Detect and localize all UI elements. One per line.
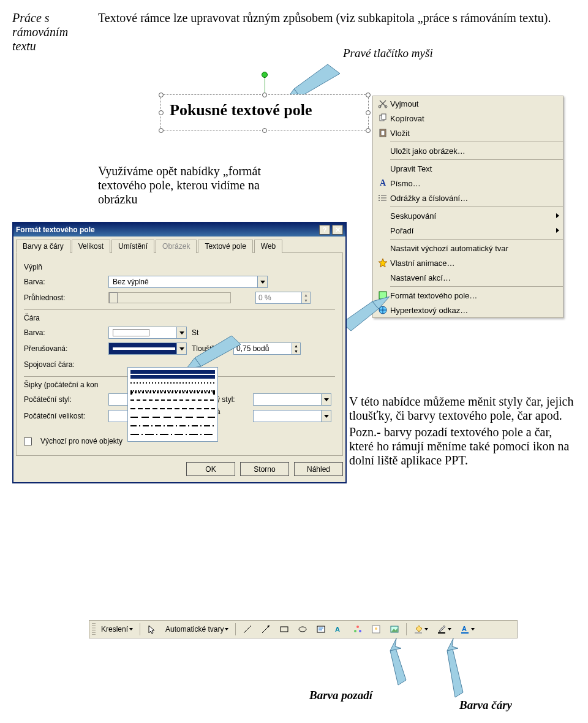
menu-cut[interactable]: Vyjmout bbox=[373, 96, 563, 111]
default-new-checkbox[interactable] bbox=[24, 437, 32, 445]
help-button[interactable]: ? bbox=[319, 225, 330, 235]
menu-copy[interactable]: Kopírovat bbox=[373, 111, 563, 126]
label-connector: Spojovací čára: bbox=[24, 360, 104, 369]
line-color-combo[interactable] bbox=[108, 327, 187, 339]
rotation-handle-icon[interactable] bbox=[262, 72, 268, 78]
clipart-button[interactable] bbox=[368, 623, 384, 636]
svg-point-11 bbox=[379, 195, 380, 196]
transparency-spinner[interactable]: 0 %▲▼ bbox=[255, 292, 311, 304]
line-style-dropdown[interactable] bbox=[127, 367, 218, 442]
sample-text-box[interactable]: Pokusné textové pole bbox=[160, 94, 369, 131]
preview-button[interactable]: Náhled bbox=[294, 462, 343, 476]
textbox-icon bbox=[316, 624, 326, 634]
tab-colors-lines[interactable]: Barvy a čáry bbox=[16, 240, 70, 253]
menu-bullets[interactable]: Odrážky a číslování… bbox=[373, 191, 563, 205]
svg-marker-14 bbox=[379, 259, 387, 267]
menu-group[interactable]: Seskupování bbox=[373, 208, 563, 223]
chevron-down-icon bbox=[471, 628, 475, 630]
menu-hyperlink[interactable]: Hypertextový odkaz… bbox=[373, 303, 563, 317]
label-fill-color: Barva: bbox=[24, 278, 104, 286]
svg-marker-44 bbox=[447, 638, 458, 651]
svg-marker-0 bbox=[294, 64, 340, 97]
svg-point-32 bbox=[359, 630, 361, 632]
label-begin-style: Počáteční styl: bbox=[24, 395, 104, 404]
oval-tool-button[interactable] bbox=[295, 623, 311, 636]
dialog-title: Formát textového pole bbox=[16, 225, 95, 234]
svg-marker-17 bbox=[342, 301, 379, 331]
menu-order[interactable]: Pořadí bbox=[373, 223, 563, 238]
wordart-button[interactable]: A bbox=[331, 623, 347, 636]
svg-rect-5 bbox=[382, 114, 386, 119]
tab-textbox[interactable]: Textové pole bbox=[198, 240, 252, 253]
menu-action-settings[interactable]: Nastavení akcí… bbox=[373, 270, 563, 285]
svg-marker-41 bbox=[390, 646, 406, 685]
line-tool-button[interactable] bbox=[239, 623, 255, 636]
arrow-icon bbox=[261, 624, 271, 634]
dashed-combo[interactable] bbox=[108, 343, 187, 355]
chevron-down-icon bbox=[225, 628, 228, 630]
transparency-slider[interactable] bbox=[108, 292, 231, 303]
paste-icon bbox=[375, 128, 390, 138]
change-styles-paragraph: V této nabídce můžeme měnit styly čar, j… bbox=[349, 395, 576, 467]
menu-save-image[interactable]: Uložit jako obrázek… bbox=[373, 143, 563, 158]
select-objects-button[interactable] bbox=[144, 623, 160, 636]
svg-point-12 bbox=[379, 197, 380, 199]
rectangle-icon bbox=[279, 624, 289, 634]
chevron-down-icon bbox=[448, 628, 451, 630]
tab-web[interactable]: Web bbox=[254, 240, 282, 253]
group-line: Čára bbox=[24, 314, 335, 322]
textbox-tool-button[interactable] bbox=[313, 623, 329, 636]
line-color-button[interactable] bbox=[434, 623, 454, 636]
cancel-button[interactable]: Storno bbox=[240, 462, 289, 476]
submenu-arrow-icon bbox=[556, 228, 559, 233]
label-default-new: Výchozí pro nové objekty bbox=[40, 437, 123, 445]
diagram-button[interactable] bbox=[350, 623, 366, 636]
tab-position[interactable]: Umístění bbox=[111, 240, 154, 253]
fill-color-combo[interactable]: Bez výplně bbox=[108, 276, 268, 288]
line-icon bbox=[243, 624, 252, 634]
drawing-toolbar: Kreslení Automatické tvary A A bbox=[89, 620, 518, 638]
end-size-combo[interactable] bbox=[253, 410, 331, 422]
menu-format-textbox[interactable]: Formát textového pole… bbox=[373, 288, 563, 303]
format-textbox-dialog: Formát textového pole ? ✕ Barvy a čáry V… bbox=[12, 222, 347, 483]
rectangle-tool-button[interactable] bbox=[276, 623, 292, 636]
svg-point-13 bbox=[379, 200, 380, 201]
right-mouse-caption: Pravé tlačítko myši bbox=[343, 47, 433, 60]
grip-icon[interactable] bbox=[92, 623, 96, 635]
star-icon bbox=[375, 258, 390, 268]
svg-rect-24 bbox=[281, 627, 288, 632]
insert-picture-button[interactable] bbox=[386, 623, 402, 636]
end-style-combo[interactable] bbox=[253, 393, 331, 406]
fill-color-caption: Barva pozadí bbox=[309, 689, 372, 702]
label-begin-size: Počáteční velikost: bbox=[24, 412, 104, 420]
menu-default-shape[interactable]: Nastavit výchozí automatický tvar bbox=[373, 241, 563, 256]
fill-color-button[interactable] bbox=[410, 623, 431, 636]
label-dashed: Přerušovaná: bbox=[24, 344, 104, 353]
menu-font[interactable]: A Písmo… bbox=[373, 176, 563, 191]
submenu-arrow-icon bbox=[556, 213, 559, 218]
svg-rect-40 bbox=[461, 632, 469, 634]
draw-menu-button[interactable]: Kreslení bbox=[98, 623, 136, 636]
sample-text-box-content: Pokusné textové pole bbox=[161, 95, 368, 126]
ok-button[interactable]: OK bbox=[186, 462, 235, 476]
diagram-icon bbox=[353, 624, 363, 634]
clipart-icon bbox=[371, 624, 381, 634]
font-icon: A bbox=[375, 178, 390, 188]
svg-rect-37 bbox=[415, 632, 422, 634]
close-button[interactable]: ✕ bbox=[332, 225, 343, 235]
tab-size[interactable]: Velikost bbox=[72, 240, 110, 253]
arrow-tool-button[interactable] bbox=[258, 623, 274, 636]
arrow-to-line-button bbox=[440, 637, 470, 708]
font-color-button[interactable]: A bbox=[457, 623, 478, 636]
autoshapes-button[interactable]: Automatické tvary bbox=[162, 623, 232, 636]
menu-custom-animation[interactable]: Vlastní animace… bbox=[373, 256, 563, 270]
pointer-icon bbox=[147, 624, 157, 634]
menu-paste[interactable]: Vložit bbox=[373, 126, 563, 140]
arrow-to-fill-button bbox=[383, 637, 413, 695]
bucket-icon bbox=[413, 624, 423, 634]
svg-marker-42 bbox=[390, 638, 401, 651]
brush-icon bbox=[437, 624, 447, 634]
chevron-down-icon bbox=[129, 628, 133, 630]
menu-edit-text[interactable]: Upravit Text bbox=[373, 161, 563, 176]
svg-line-22 bbox=[262, 627, 268, 633]
